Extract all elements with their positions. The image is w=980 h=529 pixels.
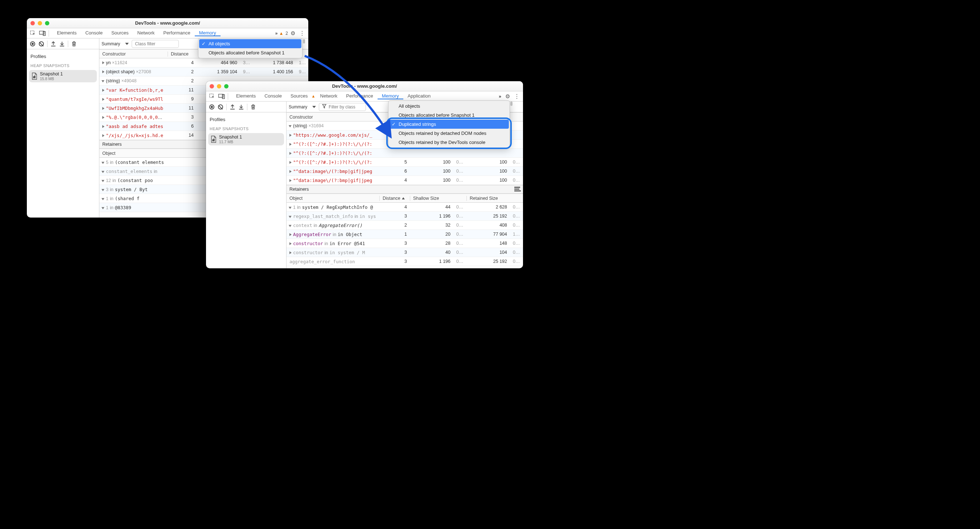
snapshot-item[interactable]: Snapshot 1 11.7 MB [208, 133, 284, 145]
filter-dropdown[interactable]: All objects Objects allocated before Sna… [388, 100, 510, 148]
tab-sources[interactable]: Sources [286, 93, 312, 99]
filter-dropdown[interactable]: ✓ All objects Objects allocated before S… [198, 38, 302, 58]
tab-elements[interactable]: Elements [232, 93, 260, 99]
profiles-label: Profiles [27, 51, 99, 62]
warning-icon[interactable]: ▲ [279, 31, 283, 36]
col-shallow[interactable]: Shallow Size [410, 196, 453, 201]
view-select[interactable]: Summary [102, 41, 129, 46]
col-constructor[interactable]: Constructor [99, 51, 167, 57]
sidebar: Profiles HEAP SNAPSHOTS Snapshot 1 11.7 … [206, 113, 286, 268]
chevron-down-icon [312, 106, 316, 108]
view-select-label: Summary [102, 41, 120, 46]
trash-icon[interactable] [70, 40, 78, 48]
device-icon[interactable] [217, 92, 226, 101]
table-row[interactable]: constructorinin system / M3400 %1040 % [286, 248, 523, 257]
upload-icon[interactable] [49, 40, 58, 48]
maximize-button[interactable] [224, 84, 229, 89]
table-row[interactable]: (object shape) ×2700821 359 1049 %1 400 … [99, 67, 308, 76]
download-icon[interactable] [58, 40, 66, 48]
window-title: DevTools - www.google.com/ [206, 83, 523, 89]
tab-performance[interactable]: Performance [159, 30, 194, 36]
tab-memory[interactable]: Memory [195, 30, 221, 36]
tab-elements[interactable]: Elements [52, 30, 81, 36]
clear-button[interactable] [37, 40, 46, 48]
tab-console[interactable]: Console [260, 93, 286, 99]
filter-option-detached-dom[interactable]: Objects retained by detached DOM nodes [389, 129, 509, 138]
retainers-header: Object Distance Shallow Size Retained Si… [286, 194, 523, 203]
filter-option-all-objects[interactable]: ✓ All objects [199, 39, 301, 48]
filter-option-duplicated-strings[interactable]: ✓ Duplicated strings [389, 120, 509, 129]
filter-option-all-objects[interactable]: All objects [389, 102, 509, 111]
snapshot-name: Snapshot 1 [219, 135, 242, 140]
snapshot-name: Snapshot 1 [40, 71, 63, 76]
upload-icon[interactable] [228, 103, 237, 111]
col-object[interactable]: Object [286, 196, 379, 201]
table-row[interactable]: constructorinin Error @5413280 %1480 % [286, 239, 523, 248]
table-row[interactable]: "^(?:([^:/?#.]+):)?(?:\/\/(?:51000 %1000… [286, 158, 523, 167]
table-row[interactable]: AggregateErrorinin Object1200 %77 9041 % [286, 230, 523, 239]
tab-application[interactable]: Application [403, 93, 435, 99]
col-constructor[interactable]: Constructor [286, 114, 379, 120]
view-select[interactable]: Summary [289, 105, 316, 110]
gear-icon[interactable]: ⚙ [503, 92, 512, 101]
warning-count: 2 [285, 31, 288, 36]
class-filter-placeholder: Class filter [135, 41, 155, 46]
table-row[interactable]: "^(?:([^:/?#.]+):)?(?:\/\/(?: [286, 149, 523, 158]
hamburger-icon[interactable] [514, 187, 521, 191]
table-row[interactable]: regexp_last_match_infoinin sys31 1960 %2… [286, 212, 523, 221]
profiles-label: Profiles [206, 114, 286, 125]
tab-network[interactable]: Network [133, 30, 159, 36]
gear-icon[interactable]: ⚙ [288, 29, 298, 38]
filter-option-devtools-console[interactable]: Objects retained by the DevTools console [389, 138, 509, 147]
col-distance[interactable]: Distance [167, 51, 197, 57]
svg-rect-9 [214, 139, 214, 141]
minimize-button[interactable] [38, 21, 42, 25]
tab-performance[interactable]: Performance [342, 93, 377, 99]
titlebar: DevTools - www.google.com/ [27, 18, 308, 28]
table-row[interactable]: contextinAggregateError()2320 %4080 % [286, 221, 523, 230]
check-icon: ✓ [202, 41, 206, 46]
filter-option-before-snapshot-1[interactable]: Objects allocated before Snapshot 1 [389, 111, 509, 120]
table-row[interactable]: "^data:image\/(?:bmp|gif|jpeg61000 %1000… [286, 167, 523, 176]
class-filter-input[interactable]: Class filter [132, 40, 179, 48]
check-icon: ✓ [392, 121, 396, 127]
table-row[interactable]: aggregate_error_function31 1960 %25 1920… [286, 257, 523, 266]
tab-console[interactable]: Console [81, 30, 107, 36]
maximize-button[interactable] [45, 21, 49, 25]
filter-option-before-snapshot-1[interactable]: Objects allocated before Snapshot 1 [199, 48, 301, 57]
class-filter-input[interactable]: Filter by class [319, 103, 366, 111]
trash-icon[interactable] [249, 103, 258, 111]
more-tabs-icon[interactable]: » [275, 31, 277, 36]
device-icon[interactable] [38, 29, 47, 38]
kebab-icon[interactable]: ⋯ [298, 29, 307, 38]
sort-up-icon [402, 197, 405, 199]
main-tabs: Elements Console Sources Network Perform… [27, 28, 308, 38]
inspect-icon[interactable] [207, 92, 217, 101]
download-icon[interactable] [237, 103, 245, 111]
more-tabs-icon[interactable]: » [496, 94, 503, 99]
close-button[interactable] [210, 84, 214, 89]
col-distance-ret[interactable]: Distance [379, 196, 410, 201]
tab-sources[interactable]: Sources [107, 30, 133, 36]
class-filter-placeholder: Filter by class [329, 105, 355, 110]
snapshot-item[interactable]: Snapshot 1 15.8 MB [29, 70, 97, 82]
close-button[interactable] [30, 21, 35, 25]
titlebar: DevTools - www.google.com/ [206, 81, 523, 91]
retainers-label: Retainers [286, 185, 523, 194]
minimize-button[interactable] [217, 84, 221, 89]
toolbar: Summary Filter by class All objects Obje… [206, 102, 523, 113]
tab-memory[interactable]: Memory [377, 93, 403, 99]
table-row[interactable]: "^data:image\/(?:bmp|gif|jpeg41000 %1000… [286, 176, 523, 185]
table-row[interactable]: yn ×116244464 9603 %1 738 44811 % [99, 58, 308, 67]
record-button[interactable] [28, 40, 37, 48]
table-row[interactable]: 1insystem / RegExpMatchInfo @4440 %2 628… [286, 203, 523, 212]
chevron-down-icon [125, 43, 129, 45]
tab-network[interactable]: ▲ Network [312, 93, 342, 99]
warning-icon: ▲ [312, 94, 315, 98]
snapshot-size: 15.8 MB [40, 76, 63, 81]
inspect-icon[interactable] [28, 29, 38, 38]
kebab-icon[interactable]: ⋯ [512, 92, 522, 101]
col-retained[interactable]: Retained Size [466, 196, 510, 201]
clear-button[interactable] [216, 103, 225, 111]
record-button[interactable] [207, 103, 216, 111]
